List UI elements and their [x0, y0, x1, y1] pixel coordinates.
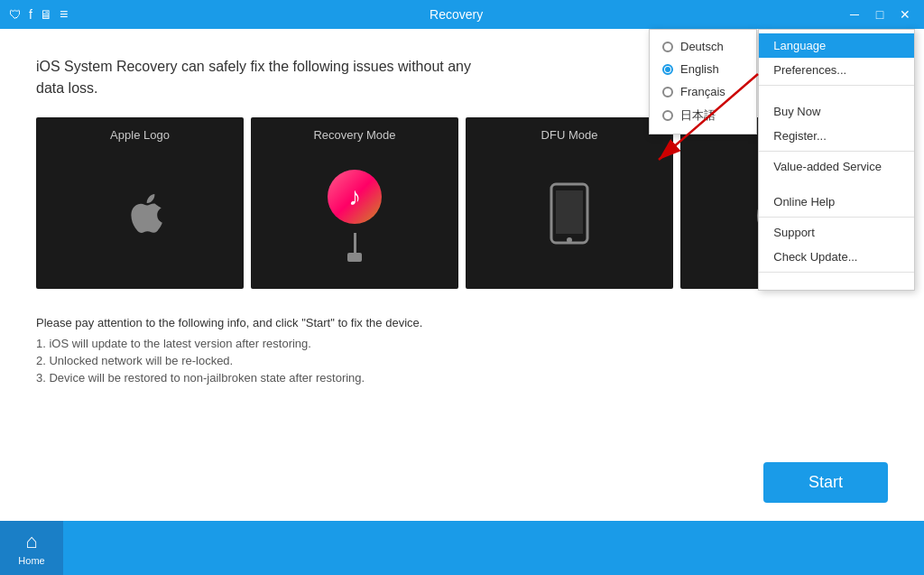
- context-menu: Language Preferences... Buy Now Register…: [758, 29, 915, 291]
- radio-deutsch: [662, 42, 673, 52]
- menu-value-added[interactable]: Register...: [759, 124, 914, 148]
- menu-product-page[interactable]: Check Update...: [759, 245, 914, 269]
- info-item-2: 2. Unlocked network will be re-locked.: [36, 354, 888, 367]
- info-section: Please pay attention to the following in…: [36, 316, 888, 385]
- radio-japanese: [662, 110, 673, 121]
- lang-english[interactable]: English: [650, 58, 756, 80]
- lang-francais[interactable]: Français: [650, 80, 756, 103]
- info-item-1: 1. iOS will update to the latest version…: [36, 337, 888, 350]
- title-bar: 🛡 f 🖥 ≡ Recovery ─ □ ✕: [0, 0, 924, 29]
- shield-icon: 🛡: [9, 7, 22, 22]
- monitor-icon: 🖥: [40, 7, 52, 22]
- info-intro: Please pay attention to the following in…: [36, 316, 888, 329]
- close-button[interactable]: ✕: [895, 5, 915, 24]
- radio-english: [662, 64, 673, 75]
- menu-about[interactable]: [759, 275, 914, 286]
- maximize-button[interactable]: □: [870, 5, 890, 24]
- menu-buy-now[interactable]: [759, 88, 914, 99]
- dfu-mode-card[interactable]: DFU Mode: [466, 117, 673, 289]
- bottom-bar: ⌂ Home: [0, 521, 924, 575]
- lang-deutsch[interactable]: Deutsch: [650, 35, 756, 58]
- minimize-button[interactable]: ─: [845, 5, 864, 24]
- radio-francais: [662, 87, 673, 97]
- menu-support[interactable]: [759, 179, 914, 190]
- home-icon: ⌂: [25, 530, 37, 553]
- app-title: Recovery: [68, 7, 845, 22]
- dfu-mode-icon: [547, 153, 592, 278]
- menu-separator-3: [759, 217, 914, 218]
- svg-point-2: [567, 237, 572, 243]
- recovery-mode-card[interactable]: Recovery Mode ♪: [251, 117, 458, 289]
- menu-separator-1: [759, 85, 914, 86]
- info-list: 1. iOS will update to the latest version…: [36, 337, 888, 385]
- apple-logo-icon: [113, 153, 167, 278]
- menu-register[interactable]: Buy Now: [759, 99, 914, 124]
- info-item-3: 3. Device will be restored to non-jailbr…: [36, 371, 888, 385]
- menu-icon[interactable]: ≡: [60, 6, 68, 23]
- home-button[interactable]: ⌂ Home: [0, 521, 63, 575]
- language-dropdown: Deutsch English Français 日本語: [649, 29, 757, 134]
- svg-rect-1: [556, 190, 583, 234]
- menu-check-update[interactable]: Online Help: [759, 190, 914, 214]
- dfu-mode-label: DFU Mode: [541, 128, 598, 142]
- window-controls: ─ □ ✕: [845, 5, 915, 24]
- recovery-mode-label: Recovery Mode: [313, 128, 395, 142]
- apple-logo-label: Apple Logo: [110, 128, 170, 142]
- menu-online-help[interactable]: Value-added Service: [759, 154, 914, 179]
- menu-preferences[interactable]: Preferences...: [759, 58, 914, 82]
- home-label: Home: [18, 555, 44, 566]
- menu-home-page[interactable]: Support: [759, 220, 914, 245]
- menu-separator-4: [759, 272, 914, 273]
- menu-separator-2: [759, 151, 914, 152]
- apple-logo-card[interactable]: Apple Logo: [36, 117, 244, 289]
- menu-language[interactable]: Language: [759, 33, 914, 58]
- facebook-icon: f: [29, 7, 32, 22]
- start-button[interactable]: Start: [763, 462, 888, 503]
- recovery-mode-icon: ♪: [328, 153, 382, 278]
- lang-japanese[interactable]: 日本語: [650, 103, 756, 128]
